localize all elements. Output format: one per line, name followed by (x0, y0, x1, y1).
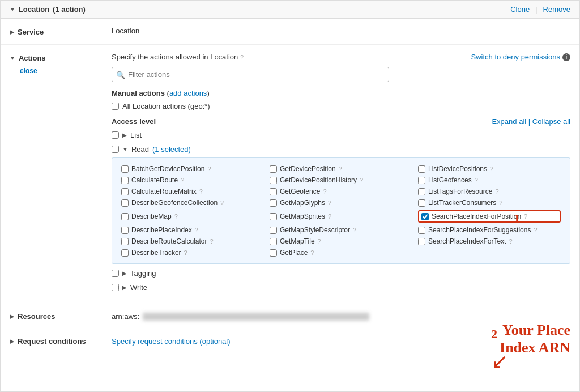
get-geofence-cb[interactable] (270, 188, 277, 195)
write-group-header[interactable]: ▶ Write (112, 282, 570, 293)
close-link[interactable]: close (20, 67, 37, 75)
calculate-route-cb[interactable] (121, 177, 129, 184)
arn-prefix: arn:aws: (112, 312, 139, 321)
resources-arrow[interactable]: ▶ (10, 313, 14, 319)
get-map-style-descriptor-help[interactable]: ? (353, 227, 356, 233)
checkbox-get-map-style-descriptor: GetMapStyleDescriptor ? (270, 226, 412, 234)
arn-arrow-annotation: ↙ (491, 356, 570, 367)
actions-help-icon[interactable]: ? (240, 54, 244, 61)
tagging-group-checkbox[interactable] (112, 270, 119, 277)
describe-map-help[interactable]: ? (174, 213, 178, 220)
resources-row: ▶ Resources arn:aws: (1, 304, 579, 329)
desc-geofence-help[interactable]: ? (220, 199, 224, 206)
list-tracker-consumers-cb[interactable] (418, 199, 425, 207)
write-group-checkbox[interactable] (112, 284, 119, 291)
access-level-header: Access level Expand all | Collapse all (112, 117, 570, 126)
describe-route-calculator-cb[interactable] (121, 238, 129, 245)
location-collapse-arrow[interactable]: ▼ (10, 6, 15, 12)
checkbox-get-place: GetPlace ? (270, 249, 412, 257)
get-device-position-history-cb[interactable] (270, 177, 277, 184)
read-group-checkbox[interactable] (112, 146, 119, 153)
list-geofences-cb[interactable] (418, 177, 425, 184)
get-geofence-help[interactable]: ? (323, 188, 326, 195)
batch-help-icon[interactable]: ? (207, 165, 211, 172)
list-tags-for-resource-cb[interactable] (418, 188, 425, 195)
get-device-position-help[interactable]: ? (339, 165, 342, 172)
checkbox-search-place-index-for-suggestions: SearchPlaceIndexForSuggestions ? (418, 226, 561, 234)
write-arrow: ▶ (122, 284, 127, 291)
search-place-index-sug-help[interactable]: ? (534, 227, 537, 233)
checkbox-list-tags-for-resource: ListTagsForResource ? (418, 188, 561, 195)
read-selected-badge: (1 selected) (152, 145, 191, 154)
checkbox-describe-tracker: DescribeTracker ? (121, 249, 264, 257)
calculate-route-matrix-cb[interactable] (121, 188, 129, 195)
read-group-header[interactable]: ▼ Read (1 selected) (112, 143, 570, 155)
actions-content: Specify the actions allowed in Location … (112, 53, 570, 296)
collapse-all-link[interactable]: Collapse all (532, 117, 570, 126)
get-device-pos-hist-help[interactable]: ? (360, 177, 363, 184)
list-arrow: ▶ (122, 132, 127, 138)
filter-input[interactable] (112, 67, 389, 82)
checkbox-list-geofences: ListGeofences ? (418, 176, 561, 184)
deny-permissions-link[interactable]: Switch to deny permissions i (471, 53, 570, 61)
describe-place-index-help[interactable]: ? (195, 227, 198, 233)
calculate-route-matrix-help[interactable]: ? (199, 188, 203, 195)
get-map-sprites-cb[interactable] (270, 213, 277, 220)
list-group-header[interactable]: ▶ List (112, 129, 570, 141)
checkbox-search-place-index-for-position: SearchPlaceIndexForPosition ? (418, 210, 561, 223)
service-row: ▶ Service Location (1, 19, 579, 45)
filter-input-wrap: 🔍 (112, 67, 570, 82)
location-title-area: ▼ Location (1 action) (10, 5, 86, 14)
search-place-index-position-cb[interactable] (421, 213, 429, 220)
describe-tracker-cb[interactable] (121, 249, 129, 257)
request-conditions-label: ▶ Request conditions (10, 337, 112, 346)
get-place-cb[interactable] (270, 249, 277, 257)
checkbox-calculate-route: CalculateRoute ? (121, 176, 264, 184)
get-map-sprites-help[interactable]: ? (328, 213, 331, 220)
describe-place-index-cb[interactable] (121, 227, 129, 234)
list-tracker-consumers-help[interactable]: ? (499, 199, 502, 206)
batch-get-device-position-cb[interactable] (121, 165, 129, 173)
get-map-glyphs-cb[interactable] (270, 199, 277, 207)
list-geofences-help[interactable]: ? (475, 177, 478, 184)
manual-actions-line: Manual actions (add actions) (112, 89, 570, 97)
all-location-checkbox[interactable] (112, 103, 119, 110)
request-arrow[interactable]: ▶ (10, 338, 14, 344)
location-actions: Clone | Remove (510, 5, 570, 14)
describe-geofence-collection-cb[interactable] (121, 199, 129, 207)
request-conditions-link[interactable]: Specify request conditions (optional) (112, 337, 231, 346)
actions-row: ▼ Actions close Specify the actions allo… (1, 45, 579, 304)
get-map-tile-help[interactable]: ? (318, 238, 321, 245)
list-group-checkbox[interactable] (112, 131, 119, 139)
get-map-tile-cb[interactable] (270, 238, 277, 245)
get-map-style-descriptor-cb[interactable] (270, 227, 277, 234)
get-device-position-cb[interactable] (270, 165, 277, 173)
actions-label-area: ▼ Actions close (10, 53, 112, 75)
checkbox-list-device-positions: ListDevicePositions ? (418, 165, 561, 173)
get-place-help[interactable]: ? (310, 249, 314, 256)
arn-blurred-value (143, 313, 369, 321)
tagging-group-header[interactable]: ▶ Tagging (112, 267, 570, 279)
describe-tracker-help[interactable]: ? (184, 249, 187, 256)
search-place-index-pos-help[interactable]: ? (524, 213, 527, 220)
search-icon: 🔍 (116, 70, 125, 79)
calculate-route-help[interactable]: ? (181, 177, 184, 184)
describe-map-cb[interactable] (121, 213, 129, 220)
expand-all-link[interactable]: Expand all (492, 117, 526, 126)
list-device-positions-cb[interactable] (418, 165, 425, 173)
clone-link[interactable]: Clone (510, 5, 530, 14)
expand-collapse-controls: Expand all | Collapse all (492, 117, 570, 126)
remove-link[interactable]: Remove (543, 5, 570, 14)
actions-arrow[interactable]: ▼ (10, 55, 15, 61)
checkbox-describe-geofence-collection: DescribeGeofenceCollection ? (121, 199, 264, 207)
search-place-index-text-help[interactable]: ? (509, 238, 512, 245)
service-arrow[interactable]: ▶ (10, 29, 14, 35)
checkbox-get-map-tile: GetMapTile ? (270, 237, 412, 245)
search-place-index-suggestions-cb[interactable] (418, 227, 425, 234)
add-actions-link[interactable]: add actions (169, 89, 207, 97)
search-place-index-text-cb[interactable] (418, 238, 425, 245)
get-map-glyphs-help[interactable]: ? (328, 199, 331, 206)
list-device-positions-help[interactable]: ? (490, 165, 493, 172)
describe-route-calc-help[interactable]: ? (210, 238, 213, 245)
list-tags-help[interactable]: ? (495, 188, 498, 195)
